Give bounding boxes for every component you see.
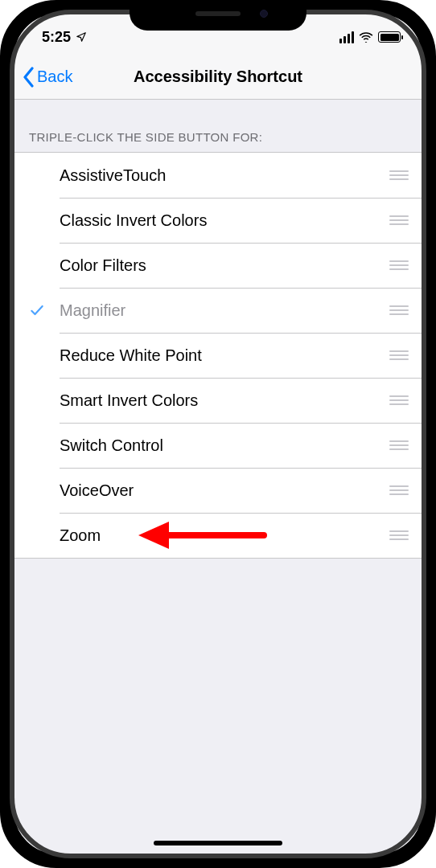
reorder-handle-icon[interactable] (376, 260, 409, 270)
page-title: Accessibility Shortcut (134, 68, 302, 86)
phone-notch (130, 0, 306, 31)
chevron-left-icon (23, 67, 35, 88)
reorder-handle-icon[interactable] (376, 215, 409, 225)
reorder-handle-icon[interactable] (376, 530, 409, 540)
reorder-handle-icon[interactable] (376, 395, 409, 405)
list-item-label: Classic Invert Colors (60, 211, 376, 230)
list-item-label: Zoom (60, 526, 376, 545)
list-item[interactable]: Classic Invert Colors (14, 198, 422, 243)
list-item[interactable]: Color Filters (14, 243, 422, 288)
list-item[interactable]: AssistiveTouch (14, 153, 422, 198)
cellular-icon (339, 31, 354, 43)
list-item[interactable]: Smart Invert Colors (14, 378, 422, 423)
back-label: Back (37, 68, 72, 86)
list-item[interactable]: VoiceOver (14, 468, 422, 513)
wifi-icon (359, 31, 373, 43)
list-item-label: Color Filters (60, 256, 376, 275)
list-item-label: Smart Invert Colors (60, 391, 376, 410)
reorder-handle-icon[interactable] (376, 440, 409, 450)
status-left: 5:25 (42, 29, 87, 46)
phone-volume-up (0, 189, 2, 244)
checkmark-icon (29, 302, 45, 318)
list-item-label: VoiceOver (60, 481, 376, 500)
reorder-handle-icon[interactable] (376, 305, 409, 315)
section-header: TRIPLE-CLICK THE SIDE BUTTON FOR: (14, 100, 422, 152)
checkmark-slot (14, 302, 60, 318)
status-time: 5:25 (42, 29, 71, 46)
list-item[interactable]: Reduce White Point (14, 333, 422, 378)
list-item-label: Magnifier (60, 301, 376, 320)
list-item[interactable]: Switch Control (14, 423, 422, 468)
status-right (339, 31, 401, 43)
list-item[interactable]: Magnifier (14, 288, 422, 333)
location-icon (76, 31, 87, 43)
list-item-label: Reduce White Point (60, 346, 376, 365)
list-item-label: Switch Control (60, 436, 376, 455)
home-indicator[interactable] (154, 841, 282, 845)
list-item-label: AssistiveTouch (60, 166, 376, 185)
back-button[interactable]: Back (23, 67, 72, 88)
screen: 5:25 Back Acc (14, 14, 422, 854)
battery-icon (378, 31, 401, 43)
reorder-handle-icon[interactable] (376, 170, 409, 180)
shortcut-list: AssistiveTouchClassic Invert ColorsColor… (14, 152, 422, 559)
reorder-handle-icon[interactable] (376, 350, 409, 360)
phone-mute-switch (0, 137, 2, 165)
list-item[interactable]: Zoom (14, 513, 422, 558)
nav-bar: Back Accessibility Shortcut (14, 55, 422, 100)
phone-volume-down (0, 256, 2, 310)
reorder-handle-icon[interactable] (376, 485, 409, 495)
